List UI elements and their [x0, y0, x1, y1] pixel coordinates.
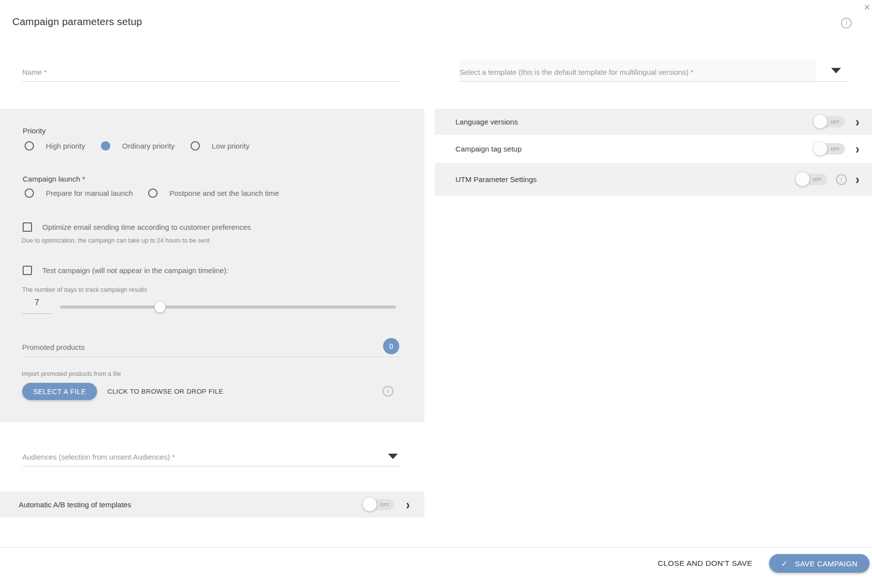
chevron-right-icon[interactable]: › [856, 173, 859, 186]
checkbox-icon [23, 222, 32, 232]
priority-radio-high[interactable]: High priority [25, 140, 85, 151]
save-campaign-button[interactable]: ✓ SAVE CAMPAIGN [769, 554, 870, 573]
panel-row-campaign-tag[interactable]: Campaign tag setup OFF › [435, 135, 872, 163]
save-campaign-label: SAVE CAMPAIGN [795, 559, 857, 568]
toggle-knob [813, 115, 827, 128]
optimize-note: Due to optimization, the campaign can ta… [22, 237, 210, 244]
chevron-right-icon[interactable]: › [856, 116, 859, 128]
audiences-select[interactable]: Audiences (selection from unsent Audienc… [22, 445, 400, 466]
template-select[interactable]: Select a template (this is the default t… [459, 60, 849, 82]
tracking-days-value-underline [22, 313, 52, 314]
campaign-tag-label: Campaign tag setup [455, 145, 813, 153]
toggle-knob [363, 497, 377, 511]
footer: CLOSE AND DON'T SAVE ✓ SAVE CAMPAIGN [0, 554, 870, 573]
close-icon[interactable]: × [861, 1, 872, 14]
campaign-name-placeholder: Name * [22, 68, 47, 76]
test-campaign-checkbox[interactable]: Test campaign (will not appear in the ca… [23, 265, 228, 276]
utm-settings-toggle[interactable]: OFF [796, 174, 827, 185]
drop-file-hint: CLICK TO BROWSE OR DROP FILE [107, 388, 224, 395]
ab-testing-toggle[interactable]: OFF [363, 499, 394, 510]
optimize-sending-checkbox[interactable]: Optimize email sending time according to… [23, 221, 251, 232]
radio-icon [25, 188, 34, 198]
chevron-down-icon [831, 68, 841, 73]
campaign-name-field[interactable]: Name * [22, 60, 400, 82]
campaign-launch-label: Campaign launch * [23, 175, 85, 183]
panel-row-language-versions[interactable]: Language versions OFF › [435, 109, 872, 135]
launch-radio-postpone[interactable]: Postpone and set the launch time [148, 187, 279, 198]
template-select-placeholder: Select a template (this is the default t… [459, 68, 693, 76]
chevron-right-icon[interactable]: › [406, 498, 410, 511]
footer-divider [0, 547, 872, 548]
radio-icon [25, 141, 34, 151]
utm-settings-label: UTM Parameter Settings [455, 175, 796, 184]
toggle-knob [796, 172, 809, 186]
priority-radio-low[interactable]: Low priority [191, 140, 250, 151]
chevron-right-icon[interactable]: › [856, 143, 859, 155]
tracking-days-slider[interactable] [60, 306, 396, 309]
page-title: Campaign parameters setup [12, 16, 142, 28]
campaign-settings-panel: Priority High priority Ordinary priority… [0, 109, 424, 422]
info-icon[interactable]: i [841, 18, 852, 29]
promoted-products-label: Promoted products [22, 343, 85, 351]
checkbox-icon [23, 266, 32, 275]
info-icon[interactable]: i [836, 174, 847, 185]
radio-icon [148, 188, 158, 198]
check-icon: ✓ [781, 559, 788, 568]
tracking-days-label: The number of days to track campaign res… [22, 286, 147, 293]
radio-icon [191, 141, 200, 151]
campaign-tag-toggle[interactable]: OFF [813, 143, 845, 155]
promoted-products-underline [22, 357, 400, 357]
language-versions-label: Language versions [455, 118, 813, 126]
language-versions-toggle[interactable]: OFF [813, 116, 845, 127]
tracking-days-value[interactable]: 7 [22, 298, 52, 307]
import-products-label: Import promoted products from a file [22, 371, 121, 377]
audiences-placeholder: Audiences (selection from unsent Audienc… [22, 453, 175, 461]
promoted-products-count-badge: 0 [383, 338, 399, 354]
ab-testing-bar[interactable]: Automatic A/B testing of templates OFF › [0, 492, 424, 518]
launch-radio-manual[interactable]: Prepare for manual launch [25, 187, 133, 198]
close-dont-save-button[interactable]: CLOSE AND DON'T SAVE [658, 559, 752, 568]
chevron-down-icon [388, 454, 398, 459]
radio-selected-icon [101, 141, 110, 151]
ab-testing-label: Automatic A/B testing of templates [19, 500, 363, 509]
select-file-button[interactable]: SELECT A FILE [22, 383, 97, 400]
info-icon[interactable]: i [383, 386, 393, 397]
slider-thumb[interactable] [155, 302, 165, 312]
priority-radio-ordinary[interactable]: Ordinary priority [101, 140, 175, 151]
toggle-knob [813, 142, 827, 155]
panel-row-utm-settings[interactable]: UTM Parameter Settings OFF i › [435, 163, 872, 196]
campaign-parameters-dialog: Campaign parameters setup × i Name * Sel… [0, 0, 872, 588]
priority-label: Priority [23, 126, 46, 135]
